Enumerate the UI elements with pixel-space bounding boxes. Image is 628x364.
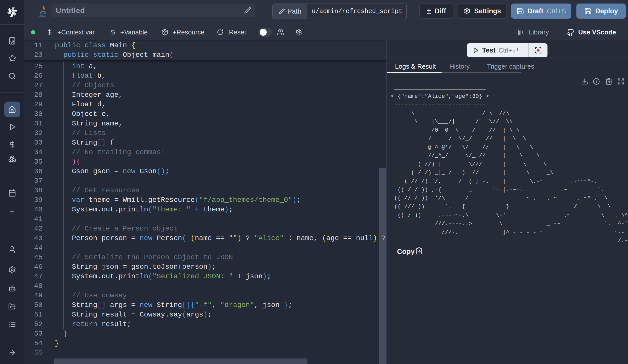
- svg-text:Java: Java: [39, 14, 46, 17]
